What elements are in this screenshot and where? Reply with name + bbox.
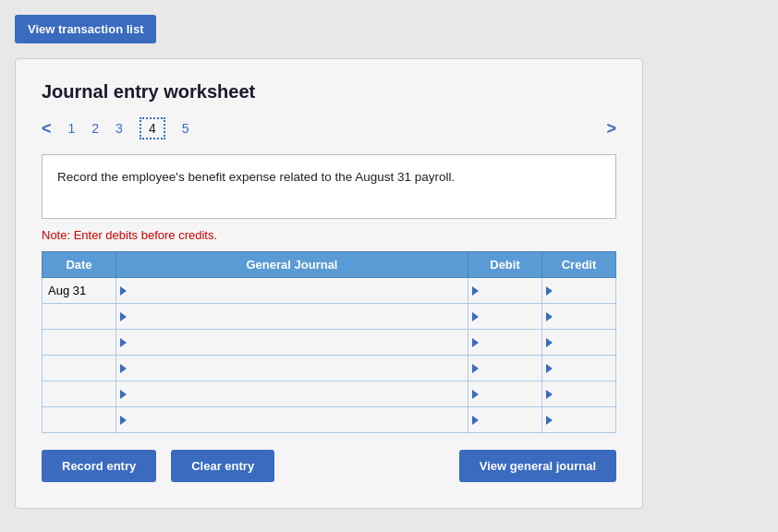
journal-input-5[interactable] bbox=[130, 381, 468, 406]
table-row bbox=[43, 356, 616, 381]
date-value-1: Aug 31 bbox=[48, 284, 86, 297]
journal-table: Date General Journal Debit Credit Aug 31 bbox=[42, 251, 616, 433]
prev-arrow[interactable]: < bbox=[42, 119, 52, 139]
debit-cell-6[interactable] bbox=[468, 407, 542, 433]
table-row bbox=[43, 381, 616, 407]
date-cell-3 bbox=[43, 330, 116, 356]
credit-input-6[interactable] bbox=[556, 407, 615, 432]
credit-arrow-4 bbox=[546, 364, 553, 373]
col-header-date: Date bbox=[43, 252, 116, 278]
page-4-active[interactable]: 4 bbox=[140, 117, 165, 139]
journal-cell-6[interactable] bbox=[116, 407, 468, 433]
date-cell-5 bbox=[43, 381, 116, 407]
table-row bbox=[43, 304, 616, 330]
row-arrow-5 bbox=[120, 390, 127, 399]
debit-cell-5[interactable] bbox=[468, 381, 542, 407]
journal-input-4[interactable] bbox=[130, 356, 468, 381]
credit-arrow-2 bbox=[546, 312, 553, 321]
journal-cell-5[interactable] bbox=[116, 381, 468, 407]
date-cell-1: Aug 31 bbox=[43, 278, 116, 304]
page-5[interactable]: 5 bbox=[182, 121, 189, 136]
debit-input-6[interactable] bbox=[482, 407, 541, 432]
debit-cell-4[interactable] bbox=[468, 356, 542, 381]
row-arrow-1 bbox=[120, 286, 127, 296]
debit-input-4[interactable] bbox=[482, 356, 541, 381]
journal-cell-2[interactable] bbox=[116, 304, 468, 330]
row-arrow-3 bbox=[120, 338, 127, 347]
next-arrow[interactable]: > bbox=[606, 119, 616, 139]
journal-input-2[interactable] bbox=[130, 304, 468, 329]
journal-input-1[interactable] bbox=[130, 278, 468, 303]
record-entry-button[interactable]: Record entry bbox=[42, 450, 156, 482]
journal-cell-1[interactable] bbox=[116, 278, 468, 304]
debit-arrow-4 bbox=[472, 364, 479, 373]
credit-arrow-6 bbox=[546, 416, 553, 425]
credit-input-5[interactable] bbox=[556, 381, 615, 406]
debit-arrow-5 bbox=[472, 390, 479, 399]
col-header-debit: Debit bbox=[468, 252, 542, 278]
debit-cell-3[interactable] bbox=[468, 330, 542, 356]
table-row bbox=[43, 330, 616, 356]
table-row: Aug 31 bbox=[43, 278, 616, 304]
view-general-journal-button[interactable]: View general journal bbox=[459, 450, 616, 482]
col-header-credit: Credit bbox=[542, 252, 616, 278]
main-card: Journal entry worksheet < 1 2 3 4 5 > Re… bbox=[15, 58, 643, 509]
button-row: Record entry Clear entry View general jo… bbox=[42, 450, 616, 482]
date-cell-2 bbox=[43, 304, 116, 330]
top-bar: View transaction list bbox=[15, 15, 763, 43]
credit-cell-1[interactable] bbox=[542, 278, 616, 304]
debit-cell-2[interactable] bbox=[468, 304, 542, 330]
credit-arrow-1 bbox=[546, 286, 553, 296]
journal-cell-4[interactable] bbox=[116, 356, 468, 381]
instruction-text: Record the employee's benefit expense re… bbox=[57, 170, 455, 184]
credit-input-2[interactable] bbox=[556, 304, 615, 329]
credit-cell-3[interactable] bbox=[542, 330, 616, 356]
page-title: Journal entry worksheet bbox=[42, 81, 616, 103]
journal-input-6[interactable] bbox=[130, 407, 468, 432]
date-cell-4 bbox=[43, 356, 116, 381]
debit-input-3[interactable] bbox=[482, 330, 541, 355]
clear-entry-button[interactable]: Clear entry bbox=[171, 450, 274, 482]
credit-cell-4[interactable] bbox=[542, 356, 616, 381]
pagination: < 1 2 3 4 5 > bbox=[42, 117, 616, 139]
credit-arrow-5 bbox=[546, 390, 553, 399]
instruction-box: Record the employee's benefit expense re… bbox=[42, 154, 616, 219]
row-arrow-4 bbox=[120, 364, 127, 373]
row-arrow-6 bbox=[120, 416, 127, 425]
debit-input-2[interactable] bbox=[482, 304, 541, 329]
credit-cell-2[interactable] bbox=[542, 304, 616, 330]
page-3[interactable]: 3 bbox=[115, 121, 123, 136]
col-header-journal: General Journal bbox=[116, 252, 468, 278]
credit-input-3[interactable] bbox=[556, 330, 615, 355]
credit-cell-5[interactable] bbox=[542, 381, 616, 407]
date-cell-6 bbox=[43, 407, 116, 433]
debit-arrow-6 bbox=[472, 416, 479, 425]
credit-input-4[interactable] bbox=[556, 356, 615, 381]
journal-cell-3[interactable] bbox=[116, 330, 468, 356]
debit-input-5[interactable] bbox=[482, 381, 541, 406]
journal-input-3[interactable] bbox=[130, 330, 468, 355]
credit-cell-6[interactable] bbox=[542, 407, 616, 433]
credit-input-1[interactable] bbox=[556, 278, 615, 303]
debit-arrow-2 bbox=[472, 312, 479, 321]
table-row bbox=[43, 407, 616, 433]
debit-input-1[interactable] bbox=[482, 278, 541, 303]
debit-arrow-3 bbox=[472, 338, 479, 347]
page-2[interactable]: 2 bbox=[91, 121, 99, 136]
note-text: Note: Enter debits before credits. bbox=[42, 228, 616, 242]
page-1[interactable]: 1 bbox=[68, 121, 76, 136]
row-arrow-2 bbox=[120, 312, 127, 321]
debit-arrow-1 bbox=[472, 286, 479, 296]
credit-arrow-3 bbox=[546, 338, 553, 347]
view-transaction-button[interactable]: View transaction list bbox=[15, 15, 156, 43]
debit-cell-1[interactable] bbox=[468, 278, 542, 304]
